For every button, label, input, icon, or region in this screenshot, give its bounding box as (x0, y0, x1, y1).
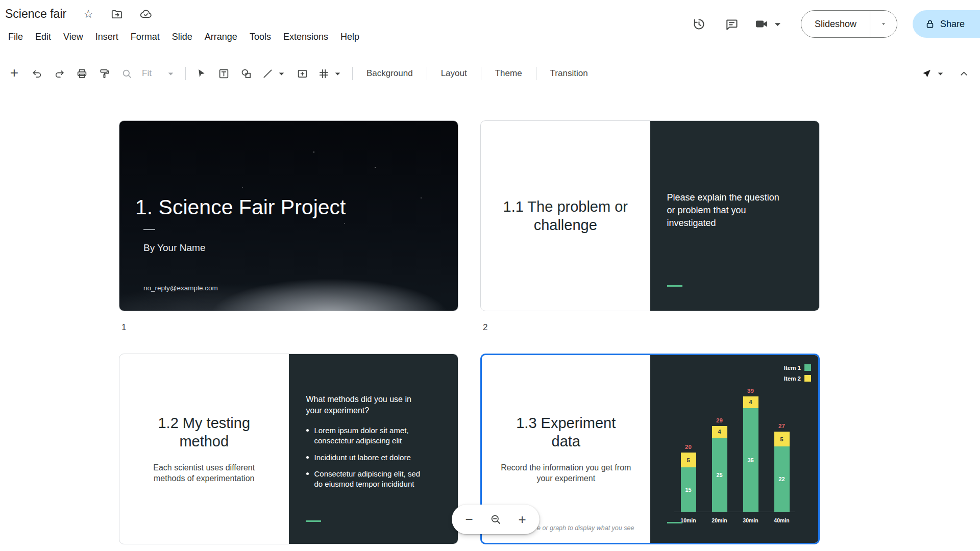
pointer-tool-button[interactable] (917, 62, 950, 85)
menu-format[interactable]: Format (125, 30, 166, 44)
menu-insert[interactable]: Insert (89, 30, 125, 44)
slide4-subtitle: Record the information you get from your… (499, 462, 633, 484)
menu-slide[interactable]: Slide (166, 30, 199, 44)
transition-button[interactable]: Transition (541, 62, 597, 85)
zoom-fit-label: Fit (142, 68, 152, 79)
menu-edit[interactable]: Edit (29, 30, 57, 44)
chart-total-label: 29 (712, 417, 727, 423)
caret-down-icon (771, 17, 785, 31)
chart-x-label: 20min (707, 517, 732, 523)
slide3-title: 1.2 My testing method (140, 414, 268, 451)
background-button[interactable]: Background (357, 62, 422, 85)
chart-segment-item2: 4 (712, 426, 727, 438)
redo-icon (54, 68, 65, 80)
slide2-title-block: 1.1 The problem or challenge (481, 121, 650, 311)
print-button[interactable] (70, 62, 93, 85)
slide-thumbnail-3[interactable]: 1.2 My testing method Each scientist use… (119, 354, 458, 544)
insert-table-button[interactable] (314, 62, 348, 85)
slide1-email: no_reply@example.com (143, 284, 218, 292)
zoom-out-icon: − (465, 512, 473, 528)
menu-help[interactable]: Help (334, 30, 365, 44)
experiment-chart-bars: 2051510min2942520min3943530min2752240min (650, 355, 819, 543)
caret-down-icon (165, 68, 177, 80)
paint-format-button[interactable] (93, 62, 115, 85)
star-icon[interactable]: ☆ (82, 8, 95, 21)
slide3-subtitle: Each scientist uses different methods of… (137, 462, 272, 484)
chart-bar-10min: 20515 (681, 453, 696, 512)
slide2-title: 1.1 The problem or challenge (501, 197, 630, 235)
zoom-reset-button[interactable] (484, 508, 507, 531)
chart-total-label: 39 (743, 388, 758, 394)
share-label: Share (940, 19, 965, 30)
collapse-toolbar-button[interactable] (952, 62, 975, 85)
slide1-title: 1. Science Fair Project (135, 195, 346, 219)
slide4-caption: e or graph to display what you see (537, 524, 634, 532)
bullet-dot (306, 429, 309, 432)
toolbar-divider (352, 67, 353, 80)
slide-thumbnail-1[interactable]: 1. Science Fair Project By Your Name no_… (119, 120, 458, 311)
slide1-divider (143, 229, 155, 230)
accent-dash (667, 522, 682, 523)
slideshow-button[interactable]: Slideshow (801, 11, 870, 37)
menu-file[interactable]: File (2, 30, 29, 44)
select-tool-button[interactable] (190, 62, 213, 85)
cloud-saved-icon[interactable] (139, 8, 152, 21)
zoom-icon (121, 68, 133, 80)
slide3-dark-panel: What methods did you use in your experim… (289, 354, 458, 544)
insert-image-button[interactable] (291, 62, 314, 85)
bullet-text: Incididunt ut labore et dolore (314, 453, 411, 463)
meet-camera-icon[interactable] (751, 11, 788, 37)
slide-number-1: 1 (121, 322, 126, 333)
insert-line-button[interactable] (258, 62, 291, 85)
chart-bar-30min: 39435 (743, 396, 758, 512)
version-history-icon[interactable] (686, 11, 713, 37)
bullet-text: Lorem ipsum dolor sit amet, consectetur … (314, 425, 428, 446)
chart-segment-item1: 35 (743, 408, 758, 512)
chart-segment-item2: 5 (774, 432, 790, 446)
slide2-body: Please explain the question or problem t… (667, 191, 790, 230)
insert-shape-button[interactable] (235, 62, 258, 85)
zoom-button[interactable] (115, 62, 138, 85)
image-placeholder-icon (297, 68, 308, 80)
share-button[interactable]: Share (913, 10, 980, 38)
collapse-toolbar-icon (958, 68, 970, 80)
chart-total-label: 20 (681, 444, 696, 450)
caret-down-icon (880, 20, 887, 28)
new-slide-button[interactable]: + (3, 62, 26, 85)
table-grid-icon (318, 68, 330, 80)
chart-x-label: 40min (769, 517, 795, 523)
chart-total-label: 27 (774, 423, 790, 429)
caret-down-icon (332, 68, 344, 80)
chart-segment-item1: 22 (774, 446, 790, 512)
redo-button[interactable] (48, 62, 70, 85)
bullet-dot (306, 456, 309, 459)
slide2-dark-panel: Please explain the question or problem t… (650, 121, 820, 311)
text-box-button[interactable] (213, 62, 235, 85)
zoom-in-button[interactable]: + (511, 508, 533, 531)
document-title[interactable]: Science fair (5, 7, 66, 21)
chart-bar-20min: 29425 (712, 426, 727, 512)
layout-button[interactable]: Layout (432, 62, 476, 85)
undo-icon (31, 68, 43, 80)
menu-view[interactable]: View (57, 30, 89, 44)
menu-tools[interactable]: Tools (243, 30, 277, 44)
slide-thumbnail-2[interactable]: 1.1 The problem or challenge Please expl… (480, 120, 820, 311)
zoom-out-button[interactable]: − (458, 508, 480, 531)
menu-arrange[interactable]: Arrange (199, 30, 243, 44)
accent-dash (667, 285, 682, 287)
menu-extensions[interactable]: Extensions (277, 30, 334, 44)
accent-dash (306, 520, 321, 522)
slide4-title: 1.3 Experiment data (502, 414, 630, 451)
folder-move-icon[interactable] (110, 8, 124, 21)
laser-pointer-icon (921, 68, 933, 80)
slideshow-dropdown[interactable] (870, 11, 897, 37)
zoom-in-icon: + (518, 512, 526, 528)
chart-segment-item1: 25 (712, 438, 727, 512)
print-icon (76, 68, 88, 80)
comments-icon[interactable] (719, 11, 745, 37)
zoom-fit-select[interactable]: Fit (138, 62, 181, 85)
bullet-text: Consectetur adipiscing elit, sed do eius… (314, 469, 428, 490)
undo-button[interactable] (26, 62, 48, 85)
theme-button[interactable]: Theme (486, 62, 531, 85)
zoom-control: − + (452, 505, 540, 534)
